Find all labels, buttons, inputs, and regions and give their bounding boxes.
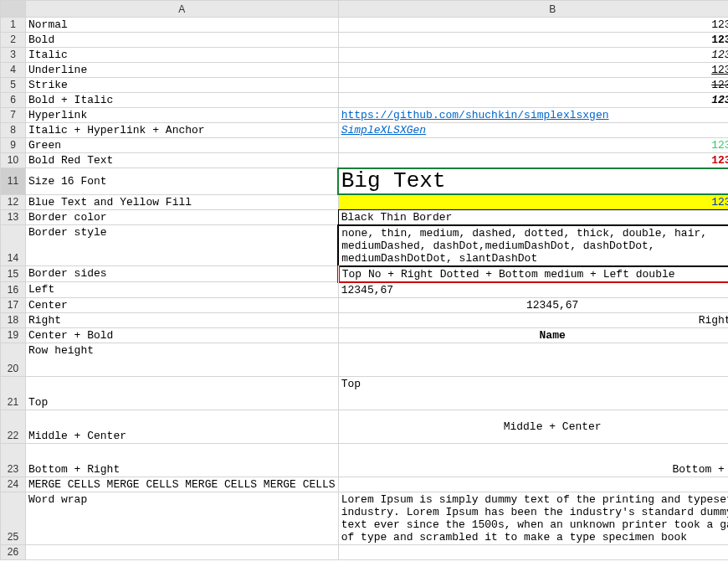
cell-A22[interactable]: Middle + Center (26, 410, 339, 443)
row-13: 13 Border color Black Thin Border (1, 209, 729, 225)
cell-A23[interactable]: Bottom + Right (26, 443, 339, 477)
cell-A14[interactable]: Border style (26, 225, 339, 266)
cell-B24-merged[interactable] (338, 477, 728, 492)
row-header-3[interactable]: 3 (1, 48, 26, 63)
cell-B10[interactable]: 12345,67 (338, 153, 728, 168)
cell-A16[interactable]: Left (26, 282, 339, 298)
cell-A17[interactable]: Center (26, 297, 339, 312)
cell-B2[interactable]: 12345,67 (338, 33, 728, 48)
row-header-15[interactable]: 15 (1, 266, 26, 282)
row-17: 17 Center 12345,67 (1, 297, 729, 312)
row-18: 18 Right Right Text (1, 312, 729, 327)
cell-A18[interactable]: Right (26, 312, 339, 327)
cell-A20[interactable]: Row height (26, 343, 339, 376)
row-header-22[interactable]: 22 (1, 410, 26, 443)
cell-B15[interactable]: Top No + Right Dotted + Bottom medium + … (338, 266, 728, 282)
spreadsheet-grid[interactable]: A B 1 Normal 12345,67 2 Bold 12345,67 3 … (0, 0, 728, 560)
cell-A2[interactable]: Bold (26, 33, 339, 48)
cell-B21[interactable]: Top (338, 376, 728, 410)
cell-A10[interactable]: Bold Red Text (26, 153, 339, 168)
row-1: 1 Normal 12345,67 (1, 18, 729, 33)
row-20: 20 Row height (1, 343, 729, 376)
row-header-10[interactable]: 10 (1, 153, 26, 168)
row-header-8[interactable]: 8 (1, 123, 26, 138)
row-header-24[interactable]: 24 (1, 477, 26, 492)
cell-A4[interactable]: Underline (26, 63, 339, 78)
row-8: 8 Italic + Hyperlink + Anchor SimpleXLSX… (1, 123, 729, 138)
row-header-20[interactable]: 20 (1, 343, 26, 376)
cell-B5[interactable]: 12345,67 (338, 78, 728, 93)
cell-B14[interactable]: none, thin, medium, dashed, dotted, thic… (338, 225, 728, 266)
row-header-14[interactable]: 14 (1, 225, 26, 266)
cell-B7-hyperlink[interactable]: https://github.com/shuchkin/simplexlsxge… (338, 108, 728, 123)
cell-A5[interactable]: Strike (26, 78, 339, 93)
cell-B17[interactable]: 12345,67 (338, 297, 728, 312)
cell-A21[interactable]: Top (26, 376, 339, 410)
cell-B6[interactable]: 12345,67 (338, 93, 728, 108)
row-22: 22 Middle + Center Middle + Center (1, 410, 729, 443)
cell-A9[interactable]: Green (26, 138, 339, 153)
row-26: 26 (1, 544, 729, 559)
row-header-2[interactable]: 2 (1, 33, 26, 48)
row-header-7[interactable]: 7 (1, 108, 26, 123)
select-all-corner[interactable] (1, 1, 26, 18)
cell-B1[interactable]: 12345,67 (338, 18, 728, 33)
row-header-21[interactable]: 21 (1, 376, 26, 410)
cell-A19[interactable]: Center + Bold (26, 327, 339, 343)
row-header-16[interactable]: 16 (1, 282, 26, 298)
row-11: 11 Size 16 Font Big Text (1, 168, 729, 195)
cell-B8-hyperlink[interactable]: SimpleXLSXGen (338, 123, 728, 138)
cell-B20[interactable] (338, 343, 728, 376)
cell-B3[interactable]: 12345,67 (338, 48, 728, 63)
row-10: 10 Bold Red Text 12345,67 (1, 153, 729, 168)
row-6: 6 Bold + Italic 12345,67 (1, 93, 729, 108)
cell-B16[interactable]: 12345,67 (338, 282, 728, 298)
row-header-26[interactable]: 26 (1, 544, 26, 559)
row-15: 15 Border sides Top No + Right Dotted + … (1, 266, 729, 282)
cell-A13[interactable]: Border color (26, 209, 339, 225)
row-header-18[interactable]: 18 (1, 312, 26, 327)
row-header-19[interactable]: 19 (1, 327, 26, 343)
cell-A11[interactable]: Size 16 Font (26, 168, 339, 195)
row-23: 23 Bottom + Right Bottom + Right (1, 443, 729, 477)
column-header-B[interactable]: B (338, 1, 728, 18)
cell-B11-selected[interactable]: Big Text (338, 168, 728, 195)
cell-B9[interactable]: 12345,67 (338, 138, 728, 153)
cell-B13[interactable]: Black Thin Border (338, 209, 728, 225)
row-header-5[interactable]: 5 (1, 78, 26, 93)
cell-B25[interactable]: Lorem Ipsum is simply dummy text of the … (338, 492, 728, 544)
row-header-23[interactable]: 23 (1, 443, 26, 477)
cell-B4[interactable]: 12345,67 (338, 63, 728, 78)
cell-B23[interactable]: Bottom + Right (338, 443, 728, 477)
row-24: 24 MERGE CELLS MERGE CELLS MERGE CELLS M… (1, 477, 729, 492)
cell-A6[interactable]: Bold + Italic (26, 93, 339, 108)
row-header-25[interactable]: 25 (1, 492, 26, 544)
row-header-17[interactable]: 17 (1, 297, 26, 312)
cell-B19[interactable]: Name (338, 327, 728, 343)
row-header-12[interactable]: 12 (1, 194, 26, 209)
cell-B12[interactable]: 12345,67 (338, 194, 728, 209)
cell-A8[interactable]: Italic + Hyperlink + Anchor (26, 123, 339, 138)
cell-B26[interactable] (338, 544, 728, 559)
row-header-13[interactable]: 13 (1, 209, 26, 225)
row-header-6[interactable]: 6 (1, 93, 26, 108)
row-4: 4 Underline 12345,67 (1, 63, 729, 78)
cell-A25[interactable]: Word wrap (26, 492, 339, 544)
cell-A3[interactable]: Italic (26, 48, 339, 63)
cell-A24-merged[interactable]: MERGE CELLS MERGE CELLS MERGE CELLS MERG… (26, 477, 339, 492)
row-header-1[interactable]: 1 (1, 18, 26, 33)
row-7: 7 Hyperlink https://github.com/shuchkin/… (1, 108, 729, 123)
column-header-A[interactable]: A (26, 1, 339, 18)
row-16: 16 Left 12345,67 (1, 282, 729, 298)
row-header-9[interactable]: 9 (1, 138, 26, 153)
row-2: 2 Bold 12345,67 (1, 33, 729, 48)
cell-A26[interactable] (26, 544, 339, 559)
cell-B22[interactable]: Middle + Center (338, 410, 728, 443)
cell-B18[interactable]: Right Text (338, 312, 728, 327)
row-header-4[interactable]: 4 (1, 63, 26, 78)
cell-A1[interactable]: Normal (26, 18, 339, 33)
row-header-11[interactable]: 11 (1, 168, 26, 195)
cell-A15[interactable]: Border sides (26, 266, 339, 282)
cell-A12[interactable]: Blue Text and Yellow Fill (26, 194, 339, 209)
cell-A7[interactable]: Hyperlink (26, 108, 339, 123)
